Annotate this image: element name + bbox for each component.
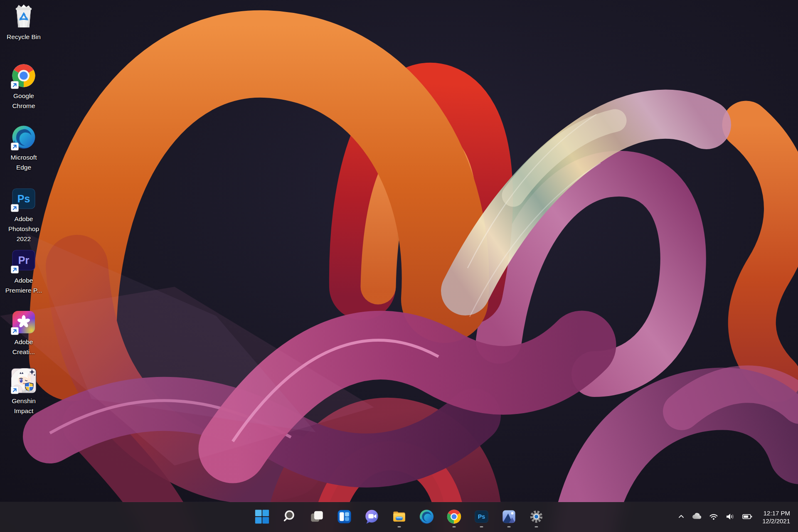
taskbar-search-button[interactable]	[278, 505, 301, 529]
photoshop-logo-text: Ps	[478, 513, 485, 520]
taskbar-task-view-button[interactable]	[305, 505, 329, 529]
desktop-icon-adobe-premiere[interactable]: Pr Adobe Premiere P...	[2, 246, 46, 296]
photos-icon	[501, 509, 517, 526]
hidden-icons-chevron[interactable]	[674, 505, 688, 529]
desktop-icon-genshin-impact[interactable]: miHoYo Genshin Impact	[2, 367, 46, 416]
battery-tray-button[interactable]	[739, 505, 756, 529]
desktop-icon-label: Adobe Photoshop 2022	[2, 214, 45, 244]
desktop-icon-label: Microsoft Edge	[2, 153, 45, 172]
task-view-icon	[309, 509, 325, 526]
premiere-logo-text: Pr	[18, 254, 30, 266]
desktop-icon-microsoft-edge[interactable]: Microsoft Edge	[2, 123, 46, 172]
running-indicator	[480, 526, 483, 527]
taskbar-widgets-button[interactable]	[332, 505, 356, 529]
chrome-icon	[446, 509, 462, 526]
desktop-icon-adobe-creative-cloud[interactable]: Adobe Creati...	[2, 308, 46, 357]
search-icon	[281, 509, 297, 526]
taskbar-clock[interactable]: 12:17 PM 12/2/2021	[760, 509, 793, 525]
desktop-icon-area: Recycle Bin Google Chrome	[2, 0, 46, 457]
running-indicator	[452, 526, 456, 527]
network-tray-button[interactable]	[706, 505, 722, 529]
taskbar-center-icons: Ps	[250, 502, 548, 532]
shortcut-arrow-icon	[11, 266, 19, 273]
taskbar-file-explorer-button[interactable]	[387, 505, 411, 529]
file-explorer-icon	[391, 509, 407, 526]
taskbar-photoshop-button[interactable]: Ps	[470, 505, 493, 529]
taskbar: Ps	[0, 502, 798, 532]
taskbar-photos-button[interactable]	[497, 505, 521, 529]
onedrive-cloud-icon	[692, 512, 702, 523]
photoshop-logo-text: Ps	[17, 193, 30, 204]
taskbar-start-button[interactable]	[250, 505, 274, 529]
genshin-impact-icon: miHoYo	[10, 367, 38, 395]
desktop-icon-google-chrome[interactable]: Google Chrome	[2, 62, 46, 111]
taskbar-chrome-button[interactable]	[442, 505, 466, 529]
running-indicator	[397, 526, 401, 527]
volume-tray-button[interactable]	[722, 505, 738, 529]
desktop-icon-recycle-bin[interactable]: Recycle Bin	[2, 2, 46, 42]
shortcut-arrow-icon	[11, 143, 19, 150]
widgets-icon	[336, 509, 352, 526]
recycle-bin-icon	[10, 2, 38, 31]
desktop-wallpaper	[0, 0, 798, 532]
edge-icon	[10, 123, 38, 151]
desktop-icon-label: Adobe Creati...	[2, 337, 45, 357]
wifi-icon	[708, 512, 719, 523]
chevron-up-icon	[677, 512, 686, 522]
desktop-icon-label: Google Chrome	[2, 91, 45, 111]
running-indicator	[534, 526, 538, 527]
shortcut-arrow-icon	[11, 204, 19, 212]
photoshop-icon: Ps	[473, 509, 489, 526]
shortcut-arrow-icon	[11, 81, 19, 89]
windows-desktop: Recycle Bin Google Chrome	[0, 0, 798, 532]
chrome-icon	[10, 62, 38, 90]
edge-icon	[419, 509, 434, 526]
photoshop-icon: Ps	[10, 185, 38, 213]
running-indicator	[507, 526, 510, 527]
desktop-icon-label: Recycle Bin	[7, 32, 41, 42]
windows-start-icon	[254, 509, 270, 526]
desktop-icon-adobe-photoshop[interactable]: Ps Adobe Photoshop 2022	[2, 185, 46, 244]
taskbar-settings-button[interactable]	[525, 505, 548, 529]
shortcut-arrow-icon	[11, 386, 19, 394]
premiere-icon: Pr	[10, 246, 38, 274]
battery-icon	[741, 512, 753, 523]
tray-time: 12:17 PM	[764, 509, 790, 517]
shortcut-arrow-icon	[11, 327, 19, 335]
volume-icon	[725, 512, 736, 523]
system-tray: 12:17 PM 12/2/2021	[674, 502, 798, 532]
tray-date: 12/2/2021	[762, 517, 790, 525]
desktop-icon-label: Adobe Premiere P...	[2, 276, 45, 296]
desktop-icon-label: Genshin Impact	[2, 396, 45, 416]
taskbar-edge-button[interactable]	[415, 505, 438, 529]
settings-icon	[528, 509, 544, 526]
onedrive-tray-button[interactable]	[689, 505, 705, 529]
mihoyo-logo-text: miHoYo	[22, 389, 34, 393]
creative-cloud-icon	[10, 308, 38, 336]
taskbar-chat-button[interactable]	[360, 505, 384, 529]
chat-icon	[364, 509, 379, 526]
